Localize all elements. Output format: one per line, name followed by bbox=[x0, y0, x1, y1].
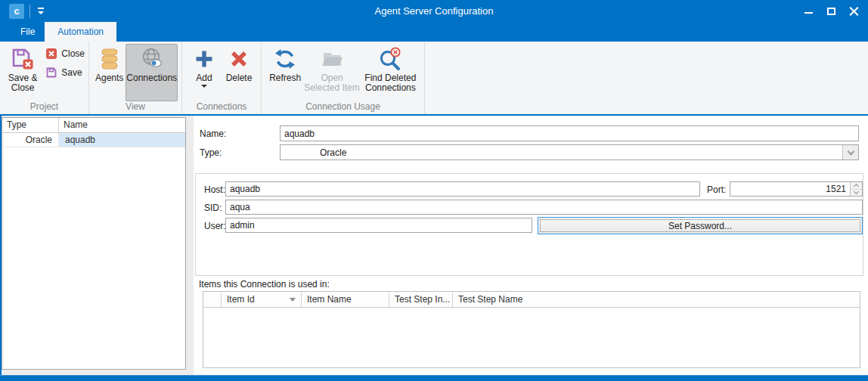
delete-x-icon bbox=[227, 47, 251, 71]
connection-type-cell: Oracle bbox=[2, 133, 59, 147]
usage-column-item-id[interactable]: Item Id bbox=[222, 292, 302, 307]
title-bar: c Agent Server Configuration bbox=[0, 0, 868, 22]
add-label: Add bbox=[196, 73, 212, 83]
save-and-close-button[interactable]: Save & Close bbox=[5, 44, 40, 101]
delete-connection-button[interactable]: Delete bbox=[221, 44, 257, 101]
connections-globe-icon bbox=[140, 47, 164, 71]
spinner-up-icon bbox=[854, 184, 859, 189]
usage-column-item-id-label: Item Id bbox=[227, 294, 255, 305]
sid-label: SID: bbox=[204, 203, 222, 213]
ribbon-group-connections: Add Delete Connections bbox=[182, 42, 262, 114]
ribbon: Save & Close Close bbox=[0, 42, 868, 116]
add-connection-button[interactable]: Add bbox=[188, 44, 221, 101]
refresh-button[interactable]: Refresh bbox=[267, 44, 303, 101]
window-title: Agent Server Configuration bbox=[0, 0, 868, 22]
close-window-button[interactable] bbox=[842, 0, 865, 22]
close-label: Close bbox=[61, 48, 85, 59]
sid-input[interactable] bbox=[225, 200, 863, 215]
connection-row-aquadb[interactable]: Oracle aquadb bbox=[2, 133, 185, 147]
usage-column-item-name[interactable]: Item Name bbox=[302, 292, 389, 307]
host-input[interactable] bbox=[225, 181, 700, 197]
open-folder-icon bbox=[320, 47, 344, 71]
add-plus-icon bbox=[192, 47, 216, 71]
spinner-down-icon bbox=[854, 189, 859, 194]
type-combobox[interactable]: Oracle bbox=[280, 144, 859, 160]
usage-table-body bbox=[203, 308, 860, 367]
save-close-icon bbox=[11, 47, 35, 71]
connections-list-header: Type Name bbox=[2, 118, 185, 133]
user-input[interactable] bbox=[225, 218, 532, 233]
connections-button[interactable]: Connections bbox=[126, 44, 178, 101]
find-deleted-connections-button[interactable]: Find Deleted Connections bbox=[361, 44, 420, 101]
close-button[interactable]: Close bbox=[45, 46, 85, 61]
type-label: Type: bbox=[200, 147, 222, 158]
port-spinner bbox=[850, 182, 862, 196]
group-label-connections: Connections bbox=[182, 101, 261, 112]
connections-label: Connections bbox=[126, 73, 177, 83]
refresh-label: Refresh bbox=[269, 73, 301, 83]
user-label: User: bbox=[204, 221, 226, 231]
window-controls bbox=[797, 0, 865, 22]
tab-automation[interactable]: Automation bbox=[45, 22, 116, 42]
close-icon bbox=[45, 48, 57, 60]
usage-table: Item Id Item Name Test Step In... Test S… bbox=[203, 291, 860, 368]
ribbon-group-connection-usage: Refresh Open Selected Item bbox=[262, 42, 425, 114]
ribbon-tab-row: File Automation bbox=[0, 22, 868, 42]
ribbon-filler bbox=[425, 42, 868, 114]
find-deleted-icon bbox=[378, 47, 402, 71]
oracle-settings-groupbox: Host: Port: SID: User: Set Password... bbox=[195, 173, 863, 276]
name-input[interactable] bbox=[280, 125, 859, 141]
connection-name-cell: aquadb bbox=[59, 133, 185, 147]
tab-file[interactable]: File bbox=[11, 22, 45, 42]
agent-server-configuration-window: c Agent Server Configuration File Automa… bbox=[0, 0, 868, 381]
connection-detail-panel: Name: Type: Oracle Host: Port: SID: User… bbox=[194, 116, 868, 375]
refresh-icon bbox=[273, 47, 297, 71]
usage-table-header: Item Id Item Name Test Step In... Test S… bbox=[203, 292, 860, 308]
save-button[interactable]: Save bbox=[45, 65, 85, 80]
connections-list-panel: Type Name Oracle aquadb bbox=[2, 117, 186, 370]
save-icon bbox=[45, 67, 57, 79]
usage-column-test-step-name[interactable]: Test Step Name bbox=[453, 292, 860, 307]
open-selected-item-label: Open Selected Item bbox=[304, 73, 359, 93]
minimize-icon bbox=[804, 12, 813, 14]
maximize-button[interactable] bbox=[820, 0, 842, 22]
combo-dropdown-icon bbox=[847, 147, 854, 155]
port-label: Port: bbox=[707, 184, 726, 195]
column-header-name[interactable]: Name bbox=[59, 118, 185, 132]
add-dropdown-icon bbox=[201, 85, 207, 88]
sort-desc-icon bbox=[290, 298, 296, 302]
usage-column-test-step-in[interactable]: Test Step In... bbox=[389, 292, 453, 307]
column-header-type[interactable]: Type bbox=[2, 118, 59, 132]
name-label: Name: bbox=[200, 129, 226, 139]
set-password-button[interactable]: Set Password... bbox=[538, 217, 863, 234]
type-dropdown-button[interactable] bbox=[842, 145, 858, 160]
group-label-connection-usage: Connection Usage bbox=[262, 101, 424, 112]
usage-table-caption: Items this Connection is used in: bbox=[199, 279, 330, 290]
status-bar bbox=[0, 375, 868, 381]
save-label: Save bbox=[61, 67, 82, 78]
close-window-icon bbox=[849, 6, 859, 16]
agents-button[interactable]: Agents bbox=[95, 44, 124, 101]
port-spinbox bbox=[730, 181, 863, 197]
port-input[interactable] bbox=[730, 182, 849, 196]
open-selected-item-button[interactable]: Open Selected Item bbox=[303, 44, 360, 101]
minimize-button[interactable] bbox=[797, 0, 820, 22]
group-label-view: View bbox=[89, 101, 181, 112]
usage-column-indicator bbox=[203, 292, 222, 307]
ribbon-group-project: Save & Close Close bbox=[0, 42, 89, 114]
spinner-down-button[interactable] bbox=[851, 190, 862, 197]
agents-database-icon bbox=[98, 47, 122, 71]
type-value: Oracle bbox=[320, 147, 346, 158]
agents-label: Agents bbox=[95, 73, 123, 83]
save-and-close-label: Save & Close bbox=[6, 73, 39, 93]
delete-label: Delete bbox=[226, 73, 253, 83]
group-label-project: Project bbox=[0, 101, 88, 112]
ribbon-group-view: Agents Connections View bbox=[89, 42, 182, 114]
find-deleted-connections-label: Find Deleted Connections bbox=[361, 73, 420, 93]
maximize-icon bbox=[827, 8, 835, 15]
host-label: Host: bbox=[204, 184, 225, 195]
